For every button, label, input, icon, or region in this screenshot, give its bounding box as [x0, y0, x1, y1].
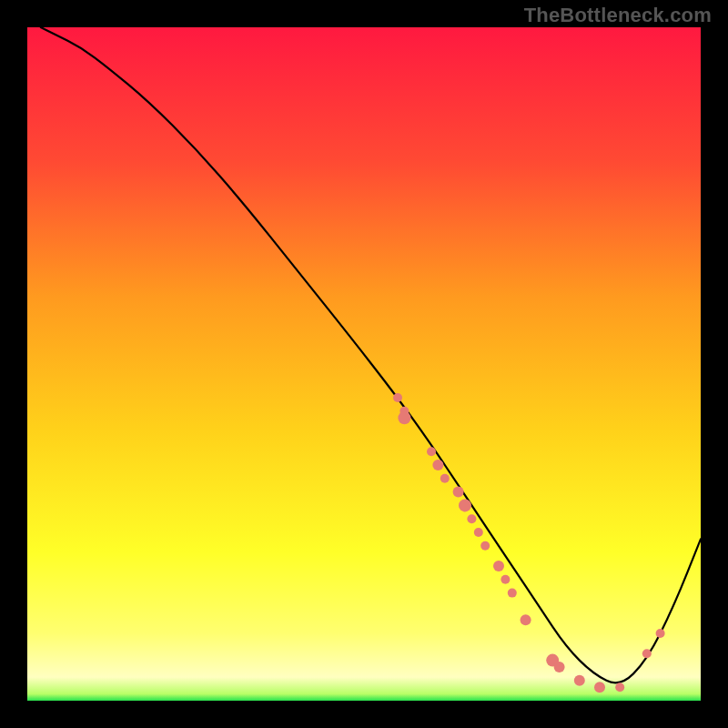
data-marker — [427, 447, 436, 456]
data-marker — [594, 682, 605, 693]
data-marker — [432, 460, 443, 470]
bottleneck-curve — [41, 27, 701, 682]
data-marker — [453, 487, 464, 498]
data-marker — [474, 528, 483, 537]
data-marker — [467, 514, 476, 523]
watermark-text: TheBottleneck.com — [524, 4, 712, 27]
chart-svg — [27, 27, 701, 701]
data-marker — [440, 474, 450, 483]
data-marker — [574, 675, 585, 686]
marker-layer — [393, 393, 665, 693]
plot-area — [27, 27, 701, 701]
data-marker — [459, 499, 471, 511]
data-marker — [642, 649, 652, 658]
data-marker — [521, 614, 531, 625]
data-marker — [508, 589, 517, 598]
data-marker — [656, 629, 665, 638]
data-marker — [480, 541, 490, 551]
data-marker — [500, 575, 510, 584]
data-marker — [393, 393, 402, 402]
data-marker — [493, 561, 504, 571]
data-marker — [398, 411, 410, 424]
chart-frame: TheBottleneck.com — [0, 0, 728, 728]
data-marker — [615, 682, 624, 692]
data-marker — [554, 662, 565, 672]
